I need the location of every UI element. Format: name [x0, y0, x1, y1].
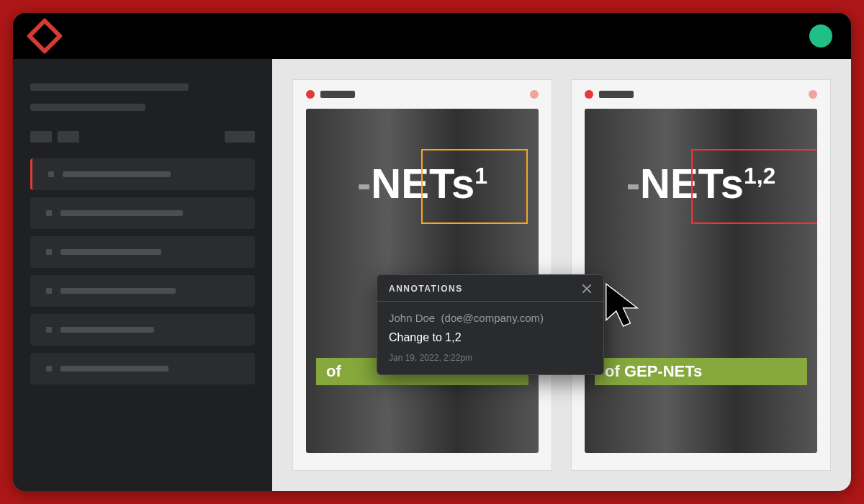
item-label-placeholder: [60, 249, 161, 255]
slide-headline: -NETs1,2: [585, 159, 817, 207]
secondary-dot-icon: [809, 90, 817, 99]
app-logo-icon[interactable]: [27, 18, 63, 55]
headline-superscript: 1: [474, 163, 487, 189]
slide-headline: -NETs1: [306, 159, 539, 207]
comparison-canvas: -NETs1 of ANNOTATIONS John Doe (doe@comp…: [272, 59, 851, 491]
item-dot-icon: [46, 327, 52, 333]
item-dot-icon: [46, 288, 52, 294]
close-icon[interactable]: [582, 284, 592, 294]
sidebar-item[interactable]: [30, 197, 255, 229]
popover-body: John Doe (doe@company.com) Change to 1,2…: [377, 302, 603, 374]
item-dot-icon: [46, 366, 52, 372]
sidebar-subtitle-placeholder: [30, 104, 145, 111]
page-title-placeholder: [599, 91, 634, 98]
item-label-placeholder: [60, 288, 176, 294]
popover-title: ANNOTATIONS: [389, 284, 463, 294]
page-title-placeholder: [320, 91, 355, 98]
page-right[interactable]: -NETs1,2 of GEP-NETs: [571, 79, 831, 471]
page-header: [306, 90, 539, 99]
item-dot-icon: [46, 249, 52, 255]
item-dot-icon: [48, 171, 54, 177]
app-window: -NETs1 of ANNOTATIONS John Doe (doe@comp…: [13, 13, 851, 491]
app-body: -NETs1 of ANNOTATIONS John Doe (doe@comp…: [13, 59, 851, 491]
sidebar-tab[interactable]: [30, 131, 52, 143]
status-dot-icon: [585, 90, 593, 99]
author-name: John Doe: [389, 312, 435, 324]
sidebar-item[interactable]: [30, 353, 255, 384]
annotation-message: Change to 1,2: [389, 331, 592, 344]
headline-superscript: 1,2: [744, 163, 775, 189]
sidebar-item[interactable]: [30, 236, 255, 268]
annotation-timestamp: Jan 19, 2022, 2:22pm: [389, 353, 592, 363]
annotation-popover: ANNOTATIONS John Doe (doe@company.com) C…: [377, 274, 604, 375]
user-avatar[interactable]: [809, 24, 832, 48]
author-email: (doe@company.com): [441, 312, 544, 324]
headline-main: NETs: [371, 160, 474, 207]
sidebar-title-placeholder: [30, 84, 189, 91]
item-dot-icon: [46, 210, 52, 216]
popover-header: ANNOTATIONS: [377, 275, 603, 302]
titlebar: [13, 13, 851, 59]
sidebar-item[interactable]: [30, 275, 255, 307]
item-label-placeholder: [60, 210, 183, 216]
annotation-author: John Doe (doe@company.com): [389, 312, 592, 324]
sidebar-tab[interactable]: [225, 131, 255, 143]
sidebar: [13, 59, 272, 491]
slide-caption: of GEP-NETs: [595, 358, 807, 385]
sidebar-item[interactable]: [30, 158, 255, 190]
slide-preview: -NETs1,2 of GEP-NETs: [585, 109, 817, 453]
status-dot-icon: [306, 90, 315, 99]
item-label-placeholder: [63, 171, 171, 177]
item-label-placeholder: [60, 327, 154, 333]
sidebar-item[interactable]: [30, 314, 255, 346]
sidebar-tab[interactable]: [58, 131, 79, 143]
page-header: [585, 90, 817, 99]
item-label-placeholder: [60, 366, 168, 372]
headline-main: NETs: [640, 160, 744, 207]
page-left[interactable]: -NETs1 of ANNOTATIONS John Doe (doe@comp…: [292, 79, 552, 471]
secondary-dot-icon: [530, 90, 539, 99]
headline-prefix: -: [626, 160, 640, 207]
headline-prefix: -: [357, 160, 371, 207]
sidebar-tabs: [30, 131, 255, 143]
